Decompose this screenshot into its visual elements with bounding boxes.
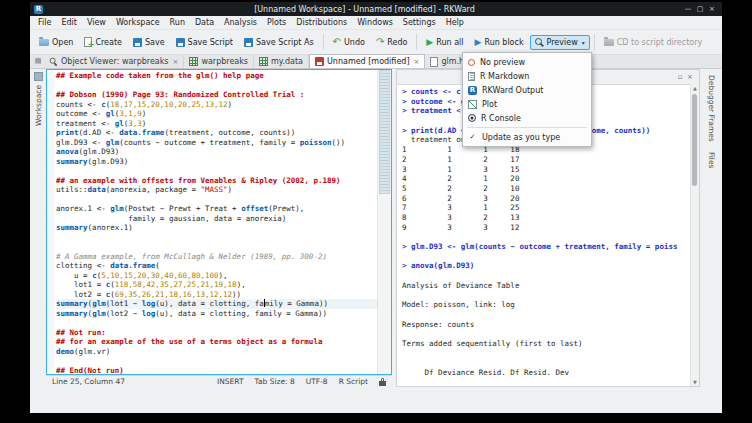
- console-line: 7 3 1 25: [402, 203, 691, 213]
- encoding[interactable]: UTF-8: [306, 377, 328, 386]
- scroll-down-icon[interactable]: ▼: [691, 378, 699, 386]
- menu-settings[interactable]: Settings: [398, 16, 441, 29]
- detach-icon[interactable]: ▫: [675, 73, 685, 81]
- menu-windows[interactable]: Windows: [352, 16, 398, 29]
- code-line[interactable]: ## Dobson (1990) Page 93: Randomized Con…: [56, 90, 378, 100]
- tab-bar-corner-icon[interactable]: ▤: [32, 55, 44, 68]
- minimap-marks: [380, 73, 389, 191]
- menu-distributions[interactable]: Distributions: [291, 16, 352, 29]
- code-line[interactable]: outcome <- gl(3,1,9): [56, 109, 378, 119]
- console-line: [402, 290, 691, 300]
- code-line[interactable]: ## Not run:: [56, 328, 378, 338]
- menu-edit[interactable]: Edit: [56, 16, 82, 29]
- code-line[interactable]: utils::data(anorexia, package = "MASS"): [56, 185, 378, 195]
- lock-icon[interactable]: [379, 381, 386, 386]
- menu-workspace[interactable]: Workspace: [111, 16, 165, 29]
- editor-minimap-scrollbar[interactable]: [377, 70, 391, 374]
- code-line[interactable]: summary(anorex.1): [56, 223, 378, 233]
- create-button[interactable]: Create: [79, 34, 127, 50]
- title-bar[interactable]: R [Unnamed Workspace] - Unnamed [modifie…: [30, 2, 722, 16]
- code-line[interactable]: lot1 = c(118,58,42,35,27,25,21,19,18),: [56, 280, 378, 290]
- code-line[interactable]: family = gaussian, data = anorexia): [56, 214, 378, 224]
- code-line[interactable]: ## for an example of the use of a terms …: [56, 337, 378, 347]
- preview-menu-item-no-preview[interactable]: No preview: [463, 55, 591, 69]
- code-line[interactable]: anorex.1 <- glm(Postwt ~ Prewt + Treat +…: [56, 204, 378, 214]
- maximize-button[interactable]: ▢: [694, 2, 706, 16]
- new-document-icon: [84, 37, 92, 47]
- close-button[interactable]: ×: [706, 2, 718, 16]
- script-editor[interactable]: ## Example code taken from the glm() hel…: [46, 69, 392, 375]
- preview-menu-item-r-markdown[interactable]: R Markdown: [463, 69, 591, 83]
- code-line[interactable]: summary(glm.D93): [56, 157, 378, 167]
- sidebar-item-workspace[interactable]: Workspace: [34, 85, 43, 126]
- code-line[interactable]: [56, 81, 378, 91]
- save-button[interactable]: Save: [128, 35, 170, 50]
- close-tab-icon[interactable]: ×: [173, 58, 179, 66]
- rkward-app-icon: R: [34, 5, 43, 14]
- code-line[interactable]: clotting <- data.frame(: [56, 261, 378, 271]
- preview-menu-item-plot[interactable]: Plot: [463, 97, 591, 111]
- code-line[interactable]: [56, 356, 378, 366]
- open-button[interactable]: Open: [34, 35, 78, 50]
- console-scrollbar[interactable]: ▲ ▼: [690, 84, 699, 386]
- scrollbar-thumb[interactable]: [692, 94, 697, 186]
- toolbar-separator: [594, 34, 595, 50]
- code-line[interactable]: [56, 318, 378, 328]
- cd-script-directory-button[interactable]: CD to script directory: [599, 35, 708, 50]
- preview-button[interactable]: Preview ▾: [530, 35, 590, 50]
- code-line[interactable]: summary(glm(lot1 ~ log(u), data = clotti…: [56, 299, 378, 309]
- run-all-button[interactable]: ▶ Run all: [421, 35, 468, 50]
- code-line[interactable]: [56, 233, 378, 243]
- save-script-as-button[interactable]: Save Script As: [239, 35, 319, 50]
- code-line[interactable]: # A Gamma example, from McCullagh & Neld…: [56, 252, 378, 262]
- minimize-button[interactable]: —: [682, 2, 694, 16]
- run-block-button[interactable]: ▶ Run block: [470, 35, 529, 50]
- sidebar-item-debugger-frames[interactable]: Debugger Frames: [707, 75, 716, 142]
- toolbar-separator: [323, 34, 324, 50]
- menu-view[interactable]: View: [82, 16, 111, 29]
- sidebar-item-files[interactable]: Files: [707, 152, 716, 168]
- plot-icon: [468, 100, 477, 109]
- code-line[interactable]: summary(glm(lot2 ~ log(u), data = clotti…: [56, 309, 378, 319]
- tab-size[interactable]: Tab Size: 8: [255, 377, 295, 386]
- menu-run[interactable]: Run: [165, 16, 190, 29]
- tab-warpbreaks[interactable]: warpbreaks: [184, 55, 254, 68]
- code-line[interactable]: anova(glm.D93): [56, 147, 378, 157]
- preview-menu-item-rkward-output[interactable]: RRKWard Output: [463, 83, 591, 97]
- menu-plots[interactable]: Plots: [262, 16, 291, 29]
- code-line[interactable]: [56, 242, 378, 252]
- save-script-button[interactable]: Save Script: [171, 35, 238, 50]
- code-line[interactable]: demo(glm.vr): [56, 347, 378, 357]
- code-line[interactable]: treatment <- gl(3,3): [56, 119, 378, 129]
- code-line[interactable]: counts <- c(18,17,15,20,10,20,25,13,12): [56, 100, 378, 110]
- preview-menu-item-update-as-you-type[interactable]: ✓Update as you type: [463, 130, 591, 144]
- close-tab-icon[interactable]: ×: [414, 58, 420, 66]
- code-line[interactable]: glm.D93 <- glm(counts ~ outcome + treatm…: [56, 138, 378, 148]
- code-line[interactable]: ## an example with offsets from Venables…: [56, 176, 378, 186]
- code-line[interactable]: lot2 = c(69,35,26,21,18,16,13,12,12)): [56, 290, 378, 300]
- preview-menu-item-r-console[interactable]: R Console: [463, 111, 591, 125]
- input-mode[interactable]: INSERT: [217, 377, 244, 386]
- undo-button[interactable]: ↶ Undo: [328, 34, 370, 50]
- code-line[interactable]: [56, 195, 378, 205]
- filetype[interactable]: R Script: [339, 377, 368, 386]
- preview-icon: [535, 38, 544, 47]
- code-area[interactable]: ## Example code taken from the glm() hel…: [47, 71, 378, 374]
- redo-button[interactable]: ↷ Redo: [371, 34, 412, 50]
- menu-data[interactable]: Data: [190, 16, 219, 29]
- tab-unnamed-modified[interactable]: Unnamed [modified] ×: [309, 54, 425, 68]
- menu-file[interactable]: File: [33, 16, 56, 29]
- menu-help[interactable]: Help: [441, 16, 469, 29]
- tab-my-data[interactable]: my.data: [254, 55, 309, 68]
- code-line[interactable]: u = c(5,10,15,20,30,40,60,80,100),: [56, 271, 378, 281]
- tab-object-viewer-warpbreaks[interactable]: Object Viewer: warpbreaks ×: [44, 55, 184, 68]
- code-line[interactable]: ## Example code taken from the glm() hel…: [56, 71, 378, 81]
- scroll-up-icon[interactable]: ▲: [691, 84, 699, 92]
- close-icon[interactable]: ×: [685, 73, 695, 81]
- save-label: Save: [145, 38, 165, 47]
- menu-analysis[interactable]: Analysis: [219, 16, 262, 29]
- code-line[interactable]: [56, 166, 378, 176]
- code-line[interactable]: ## End(Not run): [56, 366, 378, 376]
- code-line[interactable]: print(d.AD <- data.frame(treatment, outc…: [56, 128, 378, 138]
- menu-item-label: R Markdown: [480, 72, 529, 81]
